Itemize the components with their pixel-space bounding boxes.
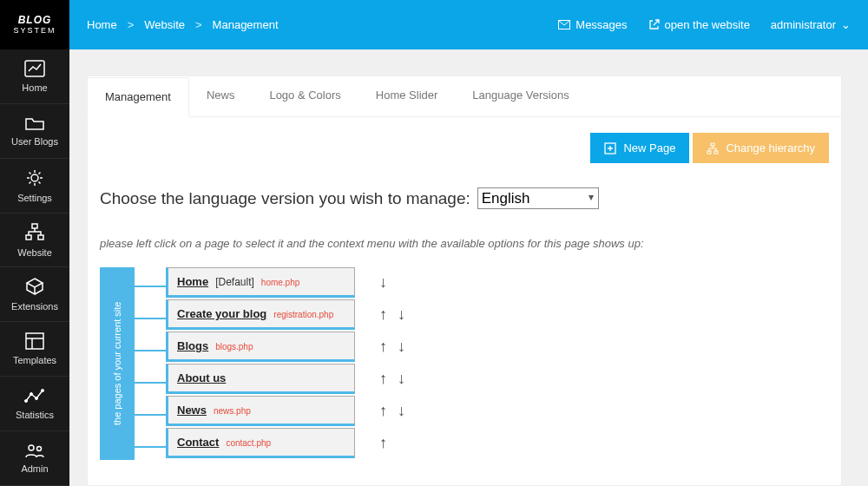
move-down-icon[interactable]: ↓	[398, 305, 405, 324]
page-file: blogs.php	[215, 342, 253, 351]
new-page-label: New Page	[623, 141, 675, 154]
page-box[interactable]: Contactcontact.php	[166, 428, 355, 458]
page-box[interactable]: Blogsblogs.php	[166, 332, 355, 362]
messages-link[interactable]: Messages	[558, 18, 627, 31]
tab-home-slider[interactable]: Home Slider	[358, 76, 456, 116]
svg-rect-5	[26, 333, 43, 349]
move-down-icon[interactable]: ↓	[398, 402, 405, 420]
move-up-icon[interactable]: ↑	[379, 434, 387, 452]
topbar: Home > Website > Management Messages ope…	[69, 0, 868, 49]
language-select[interactable]: English	[477, 187, 599, 209]
page-name: About us	[177, 371, 226, 384]
pages-list: Home[Default]home.php↓Create your blogre…	[135, 267, 405, 460]
sidebar-item-label: Settings	[17, 193, 52, 203]
users-icon	[24, 443, 45, 458]
page-name: Blogs	[177, 339, 208, 352]
svg-rect-14	[711, 143, 714, 146]
folder-icon	[24, 115, 45, 131]
sidebar-item-label: Extensions	[11, 301, 58, 312]
page-row: Blogsblogs.php↑↓	[135, 332, 405, 362]
sidebar-item-extensions[interactable]: Extensions	[0, 267, 69, 322]
messages-label: Messages	[575, 18, 627, 31]
graph-icon	[24, 387, 45, 404]
tab-language-versions[interactable]: Language Versions	[455, 76, 586, 116]
breadcrumb-sep: >	[128, 18, 135, 31]
breadcrumb: Home > Website > Management	[87, 18, 279, 31]
cube-icon	[25, 277, 44, 296]
hierarchy-icon	[707, 142, 719, 154]
breadcrumb-sep: >	[195, 18, 202, 31]
page-box[interactable]: Home[Default]home.php	[166, 267, 355, 298]
sitemap-icon	[24, 223, 45, 242]
tab-news[interactable]: News	[189, 76, 253, 116]
move-up-icon[interactable]: ↑	[379, 338, 387, 356]
move-down-icon[interactable]: ↓	[398, 338, 405, 356]
svg-point-10	[29, 445, 34, 450]
user-menu[interactable]: administrator ⌄	[771, 18, 851, 31]
logo-line2: SYSTEM	[13, 26, 56, 35]
tree-connector	[135, 279, 166, 287]
page-box[interactable]: Create your blogregistration.php	[166, 299, 355, 330]
language-prompt: Choose the language version you wish to …	[100, 189, 470, 208]
external-link-icon	[648, 19, 660, 30]
change-hierarchy-button[interactable]: Change hierarchy	[693, 133, 829, 163]
svg-rect-3	[26, 235, 31, 240]
move-down-icon[interactable]: ↓	[398, 370, 405, 388]
move-up-icon[interactable]: ↑	[379, 402, 387, 420]
page-name: Home	[177, 275, 208, 288]
logo-line1: BLOG	[18, 14, 52, 26]
sidebar-item-user-blogs[interactable]: User Blogs	[0, 104, 69, 159]
content-card: Management News Logo & Colors Home Slide…	[87, 76, 842, 486]
gear-icon	[25, 168, 44, 187]
page-file: registration.php	[273, 310, 333, 319]
tree-connector	[135, 407, 166, 416]
page-name: Contact	[177, 436, 219, 449]
sidebar-item-settings[interactable]: Settings	[0, 159, 69, 213]
svg-point-11	[37, 447, 42, 451]
open-website-label: open the website	[665, 18, 750, 31]
sidebar-item-website[interactable]: Website	[0, 213, 69, 268]
layout-icon	[25, 332, 44, 350]
chart-icon	[24, 60, 45, 77]
add-page-icon	[604, 142, 616, 154]
tree-connector	[135, 439, 166, 448]
page-box[interactable]: About us	[166, 364, 355, 394]
page-name: News	[177, 404, 207, 417]
page-box[interactable]: Newsnews.php	[166, 396, 355, 426]
sidebar-item-label: User Blogs	[11, 136, 58, 147]
page-row: About us↑↓	[135, 364, 405, 394]
svg-point-1	[31, 174, 38, 181]
page-file: contact.php	[226, 438, 271, 448]
sidebar-item-label: Website	[17, 247, 52, 258]
user-label: administrator	[771, 18, 836, 31]
logo: BLOG SYSTEM	[0, 0, 69, 49]
move-up-icon[interactable]: ↑	[379, 305, 387, 324]
new-page-button[interactable]: New Page	[590, 133, 689, 163]
change-hierarchy-label: Change hierarchy	[726, 141, 815, 154]
page-name: Create your blog	[177, 307, 266, 320]
reorder-arrows: ↑↓	[379, 338, 405, 356]
move-down-icon[interactable]: ↓	[379, 273, 387, 292]
sidebar-item-statistics[interactable]: Statistics	[0, 377, 69, 431]
sidebar-item-templates[interactable]: Templates	[0, 322, 69, 377]
breadcrumb-item[interactable]: Website	[144, 18, 185, 31]
reorder-arrows: ↑↓	[379, 402, 405, 420]
svg-point-7	[30, 393, 33, 396]
tab-logo-colors[interactable]: Logo & Colors	[252, 76, 358, 116]
pages-spine-label: the pages of your current site	[100, 267, 135, 460]
move-up-icon[interactable]: ↑	[379, 370, 387, 388]
svg-rect-16	[714, 151, 718, 154]
breadcrumb-item[interactable]: Home	[87, 18, 117, 31]
page-row: Home[Default]home.php↓	[135, 267, 405, 298]
sidebar-item-label: Admin	[21, 463, 48, 474]
breadcrumb-item[interactable]: Management	[213, 18, 279, 31]
reorder-arrows: ↓	[379, 273, 387, 292]
tab-management[interactable]: Management	[87, 77, 189, 117]
tree-connector	[135, 375, 166, 384]
sidebar-item-home[interactable]: Home	[0, 49, 69, 104]
chevron-down-icon: ⌄	[841, 18, 851, 31]
open-website-link[interactable]: open the website	[648, 18, 750, 31]
sidebar-item-admin[interactable]: Admin	[0, 431, 69, 486]
mail-icon	[558, 20, 570, 30]
hint-text: please left click on a page to select it…	[88, 218, 841, 259]
